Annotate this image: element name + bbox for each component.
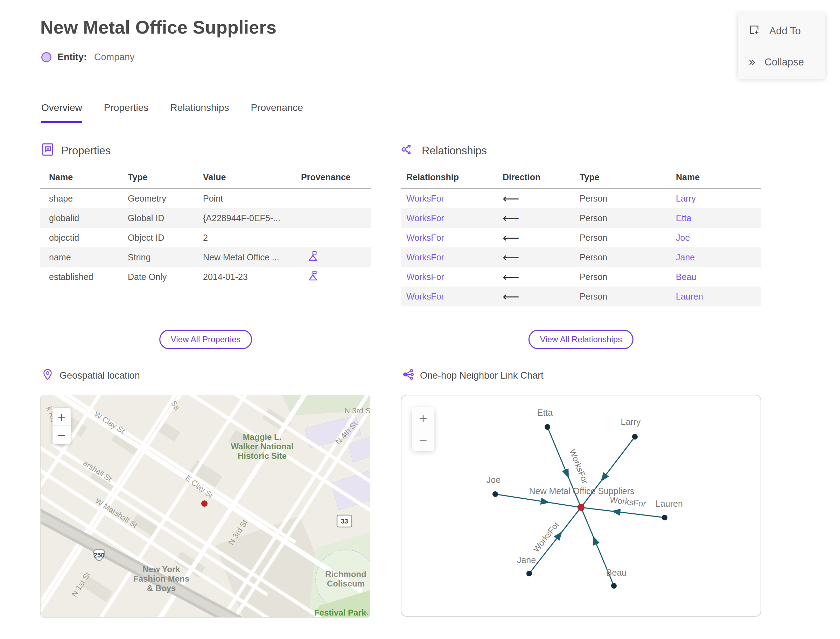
property-row: establishedDate Only2014-01-23 (40, 267, 371, 287)
properties-col-name: Name (40, 172, 119, 182)
property-name: name (40, 252, 119, 262)
provenance-flag-icon (307, 254, 319, 264)
relationship-row: WorksFor⟵PersonBeau (401, 267, 761, 287)
property-row: shapeGeometryPoint (40, 189, 371, 208)
property-value: {A228944F-0EF5-... (194, 213, 292, 223)
entity-location-marker[interactable] (201, 501, 208, 507)
relationship-entity-type: Person (574, 233, 670, 243)
graph-edge-arrowhead (540, 498, 550, 505)
link-chart-icon (402, 368, 414, 383)
provenance-flag-icon (307, 273, 319, 283)
relationship-entity-type: Person (574, 291, 670, 302)
graph-center-node-label: New Metal Office Suppliers (529, 486, 634, 496)
collapse-icon: » (748, 56, 755, 68)
properties-col-type: Type (119, 172, 194, 182)
map-pin-icon (41, 368, 54, 383)
relationship-entity-type: Person (574, 272, 670, 282)
map-zoom-out-button[interactable]: − (52, 426, 71, 444)
tab-overview[interactable]: Overview (41, 102, 82, 123)
graph-node-jane[interactable] (527, 571, 532, 576)
map-canvas[interactable]: W Clay Stk RdSaarshall StW Marshall StE … (41, 395, 370, 617)
relationship-name-link[interactable]: Beau (670, 272, 761, 282)
graph-edge[interactable] (581, 507, 665, 518)
relationships-section: Relationships RelationshipDirectionTypeN… (401, 143, 761, 374)
page-title: New Metal Office Suppliers (40, 17, 277, 38)
graph-node-larry[interactable] (632, 434, 638, 440)
place-label: Festival Park (314, 608, 366, 617)
property-type: Object ID (119, 233, 194, 243)
relationship-name-link[interactable]: Joe (670, 233, 761, 243)
relationship-direction: ⟵ (497, 231, 574, 245)
panel-actions-card: Add To » Collapse (738, 13, 825, 79)
tab-relationships[interactable]: Relationships (170, 102, 229, 123)
view-all-properties-button[interactable]: View All Properties (159, 330, 252, 349)
entity-type-value: Company (94, 52, 135, 63)
relationship-type-link[interactable]: WorksFor (401, 252, 497, 262)
properties-col-value: Value (194, 172, 292, 182)
relationship-entity-type: Person (574, 252, 670, 262)
chart-zoom-control: + − (412, 407, 434, 451)
graph-node-beau[interactable] (611, 583, 617, 589)
collapse-button[interactable]: » Collapse (748, 56, 815, 68)
relationship-type-link[interactable]: WorksFor (401, 194, 497, 203)
linkchart-card: + − EttaLarryJoeLaurenJaneBeauWorksForWo… (401, 395, 761, 617)
properties-icon (40, 142, 55, 160)
property-row: objectidObject ID2 (40, 228, 371, 247)
place-label: RichmondColiseum (325, 569, 366, 588)
graph-edge-label: WorksFor (609, 495, 646, 509)
svg-text:33: 33 (340, 518, 348, 525)
graph-node-etta[interactable] (545, 424, 550, 430)
property-name: established (40, 272, 119, 282)
graph-edge-label: WorksFor (568, 448, 590, 485)
relationship-name-link[interactable]: Etta (670, 213, 761, 223)
property-row: globalidGlobal ID{A228944F-0EF5-... (40, 208, 371, 228)
view-all-relationships-button[interactable]: View All Relationships (528, 330, 633, 349)
graph-node-label: Jane (517, 555, 536, 565)
relationship-name-link[interactable]: Jane (670, 252, 761, 262)
relationship-entity-type: Person (574, 213, 670, 223)
property-value: Point (194, 194, 292, 203)
property-provenance (292, 270, 371, 284)
linkchart-canvas[interactable]: EttaLarryJoeLaurenJaneBeauWorksForWorksF… (401, 396, 760, 616)
relationship-type-link[interactable]: WorksFor (401, 213, 497, 223)
graph-node-joe[interactable] (492, 491, 498, 497)
relationship-direction: ⟵ (497, 290, 574, 304)
linkchart-title: One-hop Neighbor Link Chart (420, 370, 544, 381)
tab-bar: OverviewPropertiesRelationshipsProvenanc… (41, 102, 303, 123)
properties-title: Properties (61, 145, 111, 157)
graph-node-lauren[interactable] (662, 515, 667, 520)
graph-center-node[interactable] (578, 504, 584, 511)
relationships-col-type: Type (574, 172, 670, 182)
graph-edge-arrowhead (593, 536, 600, 545)
relationship-type-link[interactable]: WorksFor (401, 272, 497, 282)
relationships-table: RelationshipDirectionTypeName WorksFor⟵P… (401, 172, 761, 306)
relationship-row: WorksFor⟵PersonJane (401, 247, 761, 267)
relationship-row: WorksFor⟵PersonJoe (401, 228, 761, 247)
graph-edge-arrowhead (601, 472, 609, 482)
property-value: New Metal Office ... (194, 252, 292, 262)
tab-provenance[interactable]: Provenance (251, 102, 303, 123)
property-name: shape (40, 194, 119, 203)
relationship-row: WorksFor⟵PersonLauren (401, 287, 761, 306)
relationship-name-link[interactable]: Lauren (670, 291, 761, 302)
tab-properties[interactable]: Properties (104, 102, 149, 123)
property-type: String (119, 252, 194, 262)
relationship-direction: ⟵ (497, 270, 574, 284)
map-zoom-in-button[interactable]: + (52, 408, 71, 426)
property-name: globalid (40, 213, 119, 223)
add-to-icon (748, 24, 760, 38)
relationship-type-link[interactable]: WorksFor (401, 291, 497, 302)
property-name: objectid (40, 233, 119, 243)
graph-node-label: Beau (606, 567, 627, 577)
properties-table: NameTypeValueProvenance shapeGeometryPoi… (40, 172, 371, 287)
relationships-table-header: RelationshipDirectionTypeName (401, 172, 761, 189)
property-row: nameStringNew Metal Office ... (40, 247, 371, 267)
relationship-name-link[interactable]: Larry (670, 194, 761, 203)
add-to-button[interactable]: Add To (748, 24, 815, 38)
relationship-type-link[interactable]: WorksFor (401, 233, 497, 243)
chart-zoom-out-button[interactable]: − (412, 429, 434, 451)
relationships-title: Relationships (422, 145, 487, 157)
graph-edge[interactable] (495, 494, 581, 507)
chart-zoom-in-button[interactable]: + (412, 407, 434, 429)
route-shield-33: 33 (337, 515, 352, 527)
